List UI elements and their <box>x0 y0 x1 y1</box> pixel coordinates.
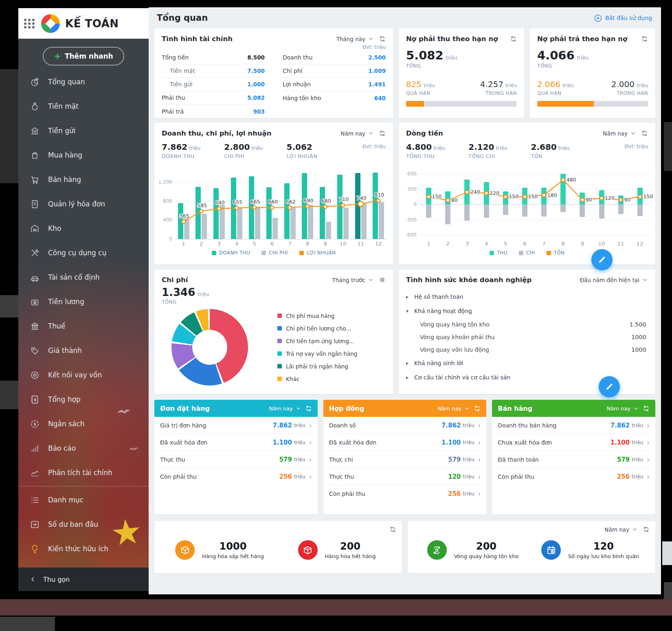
chevron-right-icon: › <box>478 490 481 498</box>
sidebar-item-cong-cu-dung-cu[interactable]: Công cụ dụng cụ <box>18 241 149 265</box>
sidebar-item-mua-hang[interactable]: Mua hàng <box>18 143 149 167</box>
total-value: 5.082 <box>406 48 444 62</box>
sidebar-item-tien-mat[interactable]: Tiền mặt <box>18 94 149 118</box>
overdue-block: 2.066triệu QUÁ HẠN <box>537 79 574 96</box>
metric-row[interactable]: Doanh thu bán hàng7.862triệu› <box>498 417 650 434</box>
finance-right-column: Doanh thu2.500 Chi phí1.009 Lợi nhuận1.4… <box>283 51 386 118</box>
edit-dashboard-fab[interactable] <box>599 376 620 397</box>
metric-row[interactable]: Còn phải thu256triệu› <box>329 485 481 502</box>
legend-item: Lãi phải trả ngân hàng <box>277 360 357 372</box>
star-decoration: ★ <box>109 510 144 554</box>
period-dropdown[interactable]: Tháng trước <box>332 277 374 283</box>
sidebar-item-thue[interactable]: Thuế <box>18 314 149 338</box>
sidebar-item-phan-tich-tai-chinh[interactable]: Phân tích tài chính <box>18 460 149 485</box>
get-started-link[interactable]: Bắt đầu sử dụng <box>594 14 652 22</box>
period-dropdown[interactable]: Năm nay <box>607 405 639 412</box>
refresh-icon[interactable] <box>389 526 396 533</box>
sidebar-item-tien-gui[interactable]: Tiền gửi <box>18 118 149 143</box>
app-logo-bar: KẾ TOÁN <box>18 8 149 39</box>
sidebar-item-kho[interactable]: Kho <box>18 216 149 241</box>
period-dropdown[interactable]: Năm nay <box>604 526 638 533</box>
chart-stat: 2.680triệuTỒN <box>531 142 569 159</box>
metric-row[interactable]: Còn phải thu256triệu› <box>160 468 312 485</box>
metric-row[interactable]: Đã thanh toán579triệu› <box>498 451 650 468</box>
total-label: TỔNG <box>154 298 393 305</box>
sidebar-collapse-button[interactable]: Thu gọn <box>18 567 149 591</box>
finance-row: Chi phí1.009 <box>283 64 386 78</box>
chevron-right-icon: › <box>647 456 650 464</box>
metric-row[interactable]: Đã xuất hóa đơn1.100triệu› <box>160 434 312 451</box>
chevron-right-icon: › <box>647 421 650 429</box>
total-value: 1.346 <box>162 286 195 298</box>
contracts-card: Hợp đồng Năm nay Doanh số7.862triệu› Đã … <box>323 400 487 515</box>
screen-artifact <box>0 295 18 318</box>
period-dropdown[interactable]: Đầu năm đến hiện tại <box>580 277 648 283</box>
sidebar-item-tong-quan[interactable]: Tổng quan <box>18 70 149 94</box>
refresh-icon[interactable] <box>641 130 648 137</box>
unit-note: Đvt: triệu <box>154 43 393 50</box>
metric-row[interactable]: Thực thu120triệu› <box>329 468 481 485</box>
metric-row[interactable]: Doanh số7.862triệu› <box>329 417 481 434</box>
chevron-right-icon: › <box>478 456 481 464</box>
apps-grid-icon[interactable] <box>24 19 35 28</box>
chevron-right-icon: › <box>478 421 481 429</box>
sidebar-item-quan-ly-hoa-don[interactable]: Quản lý hóa đơn <box>18 192 149 216</box>
health-section[interactable]: ▸Hệ số thanh toán <box>406 289 646 304</box>
period-dropdown[interactable]: Năm nay <box>603 130 636 137</box>
settings-gear-icon[interactable] <box>379 276 386 283</box>
period-dropdown[interactable]: Tháng này <box>336 36 374 42</box>
refresh-icon[interactable] <box>510 35 517 42</box>
chevron-left-icon <box>29 576 37 583</box>
metric-row[interactable]: Chưa xuất hóa đơn1.100triệu› <box>498 434 650 451</box>
chevron-down-icon <box>633 405 639 412</box>
refresh-icon[interactable] <box>641 35 648 42</box>
sidebar-item-ket-noi-vay-von[interactable]: Kết nối vay vốn <box>18 363 149 387</box>
svg-text:150: 150 <box>528 193 538 199</box>
list-icon <box>29 495 40 505</box>
period-dropdown[interactable]: Năm nay <box>269 405 301 412</box>
revenue-cost-profit-chart: 1.20080040003655856406556656606626906807… <box>154 170 393 239</box>
sidebar: ★ + Thêm nhanh Tổng quan Tiền mặt Tiền g… <box>18 39 149 591</box>
in-term-block: 2.000triệu TRONG HẠN <box>611 79 648 96</box>
metric-row[interactable]: Giá trị đơn hàng7.862triệu› <box>160 417 312 434</box>
refresh-icon[interactable] <box>643 526 650 533</box>
metric-row[interactable]: Còn phải thu256triệu› <box>498 468 650 485</box>
refresh-icon[interactable] <box>379 35 386 42</box>
chart-legend: THU CHI TỒN <box>399 250 655 256</box>
edit-dashboard-fab[interactable] <box>591 249 613 270</box>
health-section[interactable]: ▸Khả năng sinh lời <box>406 356 646 370</box>
quick-add-button[interactable]: + Thêm nhanh <box>43 47 124 66</box>
metric-row[interactable]: Thực thu579triệu› <box>160 451 312 468</box>
overdue-progress-bar <box>537 101 648 107</box>
refresh-icon[interactable] <box>643 405 650 412</box>
sidebar-item-ban-hang[interactable]: Bán hàng <box>18 167 149 192</box>
refresh-icon[interactable] <box>379 130 386 137</box>
period-dropdown[interactable]: Năm nay <box>340 130 374 137</box>
cashflow-card: Dòng tiền Năm nay 4.800triệuTỔNG THU 2.1… <box>399 123 655 265</box>
svg-text:710: 710 <box>339 196 349 202</box>
sidebar-item-danh-muc[interactable]: Danh mục <box>18 488 149 512</box>
screen-artifact <box>0 69 18 183</box>
sidebar-item-ngan-sach[interactable]: $ Ngân sách <box>18 412 149 436</box>
card-title: Bán hàng <box>498 405 532 412</box>
metric-row[interactable]: Thực chi579triệu› <box>329 451 481 468</box>
refresh-icon[interactable] <box>474 405 481 412</box>
health-section[interactable]: ▾Khả năng hoạt động <box>406 304 646 318</box>
period-dropdown[interactable]: Năm nay <box>438 405 470 412</box>
analytics-icon <box>29 468 40 478</box>
tools-icon <box>29 248 40 258</box>
svg-text:480: 480 <box>567 177 576 183</box>
metric-row[interactable]: Đã xuất hóa đơn1.100triệu› <box>329 434 481 451</box>
sales-card: Bán hàng Năm nay Doanh thu bán hàng7.862… <box>492 400 655 515</box>
low-stock-stat: 1000Hàng hóa sắp hết hàng <box>161 540 278 560</box>
health-metric: Vòng quay vốn lưu động1000 <box>406 343 646 356</box>
chart-stat: 2.120triệuTỔNG CHI <box>468 142 507 159</box>
sidebar-item-tai-san-co-dinh[interactable]: Tài sản cố định <box>18 265 149 289</box>
refresh-icon[interactable] <box>305 405 312 412</box>
sidebar-item-gia-thanh[interactable]: Giá thành <box>18 338 149 363</box>
warehouse-icon <box>29 223 40 234</box>
screen-artifact <box>0 617 55 631</box>
unit-note: Đvt: triệu <box>362 142 386 149</box>
svg-text:655: 655 <box>233 199 242 205</box>
sidebar-item-tien-luong[interactable]: Tiền lương <box>18 289 149 314</box>
